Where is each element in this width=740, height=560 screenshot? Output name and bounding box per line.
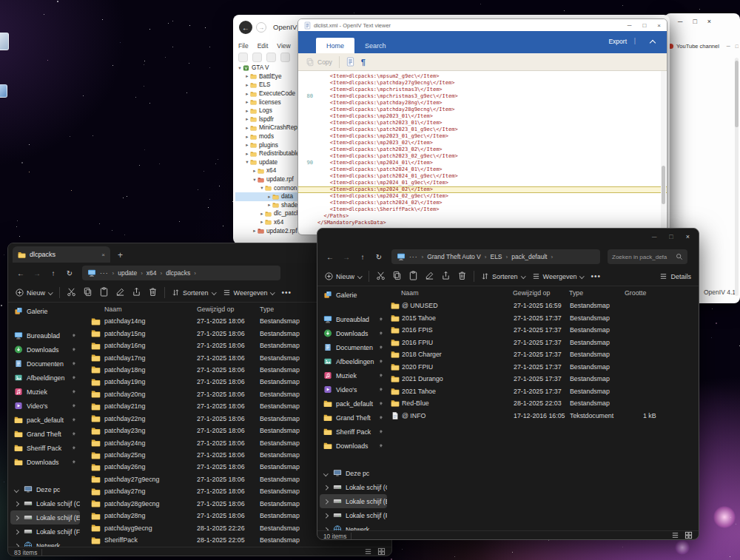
- chevron-down-icon[interactable]: [14, 487, 20, 493]
- tab-close-icon[interactable]: ×: [101, 252, 105, 258]
- maximize-icon[interactable]: □: [642, 22, 646, 29]
- sidebar-item-bureaublad[interactable]: Bureaublad: [320, 312, 387, 326]
- breadcrumb-pack-default[interactable]: pack_default: [511, 253, 547, 260]
- new-tab-button[interactable]: +: [118, 250, 123, 260]
- share-button[interactable]: [132, 286, 141, 300]
- minimize-icon[interactable]: ─: [628, 22, 632, 29]
- toolbar-icon[interactable]: [266, 53, 276, 62]
- cut-button[interactable]: [376, 270, 386, 283]
- file-row-2021-durango[interactable]: 2021 Durango27-1-2025 17:37Bestandsmap: [389, 373, 699, 385]
- tree-expander-icon[interactable]: ▸: [244, 134, 250, 140]
- sidebar-item-lokale-schijf-f[interactable]: Lokale schijf (F: [320, 508, 387, 522]
- delete-button[interactable]: [148, 286, 158, 300]
- tree-expander-icon[interactable]: ▸: [252, 228, 258, 234]
- code-line[interactable]: <Item>dlcpacks:\patch2024_02\</Item>: [298, 200, 667, 206]
- tree-expander-icon[interactable]: ▾: [237, 65, 243, 71]
- menu-file[interactable]: File: [238, 42, 249, 50]
- tree-expander-icon[interactable]: ▾: [259, 185, 265, 191]
- tree-expander-icon[interactable]: ▾: [244, 159, 250, 165]
- paste-icon[interactable]: [346, 57, 354, 67]
- sidebar-item-bureaublad[interactable]: Bureaublad: [10, 328, 80, 343]
- search-input[interactable]: Zoeken in pack_defa: [608, 249, 687, 264]
- file-row-red-blue[interactable]: Red-Blue28-1-2025 22:03Bestandsmap: [389, 397, 699, 410]
- breadcrumb-overflow[interactable]: ···: [409, 253, 418, 260]
- chevron-right-icon[interactable]: [14, 515, 20, 521]
- file-row-2020-fpiu[interactable]: 2020 FPIU27-1-2025 17:37Bestandsmap: [389, 361, 699, 374]
- code-editor[interactable]: <Item>dlcpacks:\mpsum2_g9ec\</Item> <Ite…: [298, 71, 667, 235]
- chevron-right-icon[interactable]: [323, 499, 329, 505]
- tree-expander-icon[interactable]: ▸: [244, 99, 250, 105]
- sidebar-item-pack-default[interactable]: pack_default: [320, 397, 387, 411]
- scrollbar[interactable]: [735, 58, 739, 296]
- chevron-right-icon[interactable]: [14, 529, 20, 535]
- menu-edit[interactable]: Edit: [258, 42, 269, 50]
- code-line[interactable]: <Item>dlcpacks:\mp2023_01_g9ec\</Item>: [298, 133, 667, 140]
- tree-expander-icon[interactable]: ▸: [244, 82, 250, 88]
- desktop-icon[interactable]: [0, 33, 9, 50]
- toolbar-icon[interactable]: [238, 53, 248, 62]
- maximize-icon[interactable]: □: [736, 44, 739, 49]
- address-bar[interactable]: ···›update›x64›dlcpacks›: [82, 266, 280, 280]
- tab-dlcpacks[interactable]: dlcpacks ×: [13, 246, 110, 263]
- file-row-info[interactable]: @ INFO17-12-2016 16:05Tekstdocument1 kB: [389, 410, 699, 422]
- code-line[interactable]: <Item>dlcpacks:\mp2024_02\</Item>: [298, 186, 667, 193]
- bookmark-item[interactable]: YouTube channel ─ □ ×: [668, 43, 739, 50]
- tree-expander-icon[interactable]: ▸: [244, 91, 250, 97]
- column-header-size[interactable]: Grootte: [625, 289, 646, 297]
- scrollbar-thumb[interactable]: [662, 166, 665, 204]
- list-view-toggle[interactable]: [671, 531, 679, 540]
- copy-button[interactable]: Copy: [306, 58, 332, 67]
- sidebar-item-afbeeldingen[interactable]: Afbeeldingen: [320, 354, 387, 368]
- code-line[interactable]: <Item>dlcpacks:\patchday27g9ecng\</Item>: [298, 80, 667, 87]
- file-row-2015-tahoe[interactable]: 2015 Tahoe27-1-2025 17:37Bestandsmap: [389, 312, 699, 325]
- code-line[interactable]: <Item>dlcpacks:\patch2023_01\</Item>: [298, 120, 667, 126]
- tab-search[interactable]: Search: [354, 38, 397, 53]
- back-button[interactable]: ←: [323, 253, 337, 261]
- code-line[interactable]: <Item>dlcpacks:\patch2024_01\</Item>: [298, 166, 667, 173]
- tree-expander-icon[interactable]: ▾: [252, 177, 258, 183]
- tree-expander-icon[interactable]: ▸: [266, 202, 272, 208]
- forward-button[interactable]: →: [340, 253, 353, 261]
- sort-button[interactable]: Sorteren: [172, 289, 216, 297]
- close-icon[interactable]: ×: [657, 22, 661, 29]
- code-line[interactable]: <Item>dlcpacks:\mp2024_01_g9ec\</Item>: [298, 180, 667, 186]
- collapse-ribbon-icon[interactable]: [650, 40, 656, 46]
- back-button[interactable]: ←: [14, 269, 27, 277]
- tree-expander-icon[interactable]: ▸: [244, 125, 250, 131]
- sidebar-item-sheriff-pack[interactable]: Sheriff Pack: [10, 441, 80, 455]
- sidebar-item-video-s[interactable]: Video's: [320, 382, 387, 397]
- title-bar[interactable]: dlclist.xml - OpenIV Text viewer ─ □ ×: [298, 19, 667, 31]
- chevron-right-icon[interactable]: [14, 501, 20, 507]
- tree-expander-icon[interactable]: ▸: [252, 168, 258, 174]
- tree-expander-icon[interactable]: ▸: [266, 194, 272, 200]
- forward-button[interactable]: →: [30, 269, 44, 277]
- export-button[interactable]: Export: [608, 38, 627, 45]
- refresh-button[interactable]: ↻: [63, 269, 76, 277]
- code-line[interactable]: </SMandatoryPacksData>: [298, 220, 667, 226]
- back-button[interactable]: ←: [239, 21, 252, 34]
- title-bar[interactable]: ─ □ ×: [317, 229, 699, 246]
- sidebar-item-lokale-schijf-e[interactable]: Lokale schijf (E: [320, 494, 387, 508]
- sidebar-item-netwerk[interactable]: Netwerk: [320, 522, 387, 530]
- column-header-type[interactable]: Type: [569, 289, 625, 297]
- file-row-2016-fpis[interactable]: 2016 FPIS27-1-2025 17:37Bestandsmap: [389, 324, 699, 337]
- pilcrow-button[interactable]: ¶: [361, 58, 366, 67]
- rename-button[interactable]: [425, 270, 434, 283]
- sidebar-item-downloads[interactable]: Downloads: [320, 439, 387, 453]
- maximize-icon[interactable]: □: [693, 18, 696, 25]
- chevron-right-icon[interactable]: [14, 543, 20, 547]
- sidebar-item-afbeeldingen[interactable]: Afbeeldingen: [10, 371, 80, 385]
- breadcrumb-grand-theft-auto-v[interactable]: Grand Theft Auto V: [427, 253, 481, 260]
- code-line[interactable]: <Item>dlcpacks:\patch2023_01_g9ec\</Item…: [298, 126, 667, 133]
- code-line[interactable]: <Item>dlcpacks:\patchday28ng\</Item>: [298, 100, 667, 107]
- tab-home[interactable]: Home: [316, 38, 354, 53]
- grid-view-toggle[interactable]: [377, 547, 386, 556]
- toolbar-icon[interactable]: [252, 53, 262, 62]
- grid-view-toggle[interactable]: [684, 531, 693, 540]
- file-row-unused[interactable]: @ UNUSED27-1-2025 16:59Bestandsmap: [389, 300, 699, 312]
- sidebar-item-lokale-schijf-e[interactable]: Lokale schijf (E: [10, 510, 80, 524]
- view-button[interactable]: Weergeven: [532, 272, 585, 280]
- sidebar-item-downloads[interactable]: Downloads: [10, 343, 80, 357]
- tree-expander-icon[interactable]: ▸: [244, 108, 250, 114]
- sidebar-item-deze-pc[interactable]: Deze pc: [320, 466, 387, 480]
